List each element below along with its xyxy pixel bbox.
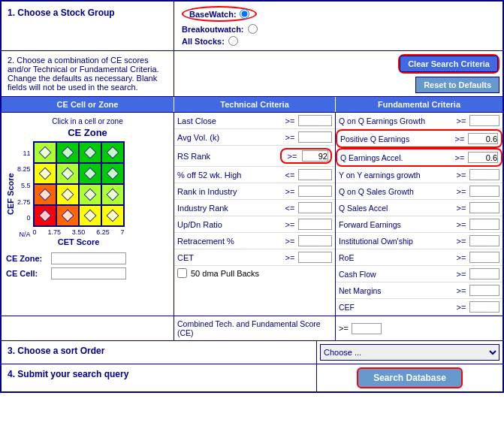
cashflow-op: >= (453, 270, 469, 279)
y-label-825: 8.25 (17, 165, 31, 173)
50dma-checkbox[interactable] (177, 268, 187, 278)
fund-row-qoqearnings: Q on Q Earnings Growth >= (336, 113, 502, 129)
cef-op: >= (453, 303, 469, 312)
rsrank-op: >= (284, 152, 300, 161)
posearnings-op: >= (451, 134, 468, 143)
col-headers: CE Cell or Zone Technical Criteria Funda… (2, 97, 502, 113)
retracement-input[interactable] (298, 235, 332, 246)
click-label: Click in a cell or zone (6, 117, 169, 125)
ce-cell-input[interactable] (51, 267, 126, 279)
ce-cell-r3c1[interactable] (34, 184, 56, 205)
ce-cell-r4c3[interactable] (79, 205, 101, 226)
52wk-input[interactable] (298, 169, 332, 180)
forwardearnings-op: >= (453, 220, 469, 229)
breakoutwatch-label: Breakoutwatch: (182, 25, 244, 34)
roe-input[interactable] (469, 252, 499, 263)
cet-input[interactable] (298, 252, 332, 263)
cashflow-label: Cash Flow (339, 270, 453, 279)
ce-cell-r3c2[interactable] (56, 184, 79, 205)
ce-cell-r2c4[interactable] (101, 163, 124, 184)
roe-op: >= (453, 253, 469, 262)
updnratio-input[interactable] (298, 219, 332, 230)
ce-cell-r1c3[interactable] (79, 142, 101, 163)
rankindustry-input[interactable] (298, 186, 332, 197)
ce-cell-r3c3[interactable] (79, 184, 101, 205)
tech-row-lastclose: Last Close >= (174, 113, 335, 129)
clear-search-button[interactable]: Clear Search Criteria (400, 56, 498, 72)
x-axis-title: CET Score (33, 237, 125, 246)
ce-cell-label: CE Cell: (6, 269, 51, 278)
reset-defaults-button[interactable]: Reset to Defaults (415, 77, 499, 93)
posearnings-input[interactable] (468, 133, 498, 144)
tech-row-52wk: % off 52 wk. High <= (174, 167, 335, 183)
forwardearnings-label: Forward Earnings (339, 220, 453, 229)
y-label-55: 5.5 (21, 182, 31, 189)
rsrank-input[interactable] (302, 150, 328, 162)
50dma-label: 50 dma Pull Backs (191, 269, 259, 278)
section2-buttons: Clear Search Criteria Reset to Defaults (174, 51, 502, 96)
ce-cell-r2c1[interactable] (34, 163, 56, 184)
qoqearnings-input[interactable] (469, 115, 499, 126)
ce-cell-r4c1[interactable] (34, 205, 56, 226)
fund-row-cef: CEF >= (336, 299, 502, 316)
section3: 3. Choose a sort Order Choose ... RS Ran… (2, 341, 502, 364)
search-database-button[interactable]: Search Database (357, 367, 463, 388)
content-area: Click in a cell or zone CE Zone CEF Scor… (2, 113, 502, 316)
ce-grid[interactable] (33, 141, 125, 227)
qearningsaccel-label: Q Earnings Accel. (340, 153, 451, 162)
industryrank-op: <= (282, 204, 298, 213)
x-label-7: 7 (121, 228, 125, 236)
institutional-input[interactable] (469, 235, 499, 246)
avgvol-input[interactable] (298, 131, 332, 143)
qoqsales-op: >= (453, 187, 469, 196)
ce-cell-r2c2[interactable] (56, 163, 79, 184)
basewatch-radio[interactable] (240, 9, 249, 19)
x-label-0: 0 (33, 228, 37, 236)
ce-cell-r4c2[interactable] (56, 205, 79, 226)
step1-label: 1. Choose a Stock Group (8, 8, 115, 18)
cet-label: CET (177, 253, 282, 262)
tech-panel: Last Close >= Avg Vol. (k) >= RS Rank >= (174, 113, 336, 316)
ce-cell-r4c4[interactable] (101, 205, 124, 226)
ce-zone-row: CE Zone: (6, 252, 169, 264)
forwardearnings-input[interactable] (469, 219, 499, 230)
col-tech-header: Technical Criteria (174, 97, 336, 112)
lastclose-op: >= (282, 116, 298, 125)
y-label-11: 11 (23, 150, 31, 157)
lastclose-input[interactable] (298, 115, 332, 126)
rsrank-label: RS Rank (177, 152, 280, 161)
rsrank-oval: >= (280, 148, 332, 164)
section4-right: Search Database (317, 364, 502, 391)
ce-cell-r3c4[interactable] (101, 184, 124, 205)
ce-zone-title: CE Zone (6, 127, 169, 138)
industryrank-input[interactable] (298, 202, 332, 213)
qoqsales-input[interactable] (469, 186, 499, 197)
breakoutwatch-radio[interactable] (248, 24, 258, 34)
netmargins-op: >= (453, 286, 469, 295)
institutional-label: Institutional Own'ship (339, 237, 453, 246)
ce-cell-r1c1[interactable] (34, 142, 56, 163)
ce-cell-r2c3[interactable] (79, 163, 101, 184)
yoyearnings-input[interactable] (469, 169, 499, 180)
fund-row-qsalesaccel: Q Sales Accel >= (336, 200, 502, 216)
ce-cell-r1c2[interactable] (56, 142, 79, 163)
fund-row-cashflow: Cash Flow >= (336, 266, 502, 282)
netmargins-input[interactable] (469, 285, 499, 296)
allstocks-radio[interactable] (228, 36, 238, 46)
ce-zone-input[interactable] (51, 252, 126, 264)
retracement-label: Retracement % (177, 237, 282, 246)
combined-input[interactable] (352, 323, 382, 334)
retracement-op: >= (282, 237, 298, 246)
basewatch-row: BaseWatch: (182, 6, 495, 22)
qsalesaccel-input[interactable] (469, 202, 499, 213)
cashflow-input[interactable] (469, 268, 499, 279)
cef-input[interactable] (469, 301, 499, 313)
combined-fund: >= (336, 316, 502, 340)
allstocks-row: All Stocks: (182, 36, 495, 46)
ce-cell-r1c4[interactable] (101, 142, 124, 163)
qearningsaccel-input[interactable] (468, 152, 498, 163)
basewatch-oval: BaseWatch: (182, 6, 257, 22)
grid-and-x: 0 1.75 3.50 6.25 7 CET Score (33, 141, 125, 246)
sort-order-select[interactable]: Choose ... RS Rank CE Score Industry Ran… (320, 344, 499, 361)
updnratio-label: Up/Dn Ratio (177, 220, 282, 229)
